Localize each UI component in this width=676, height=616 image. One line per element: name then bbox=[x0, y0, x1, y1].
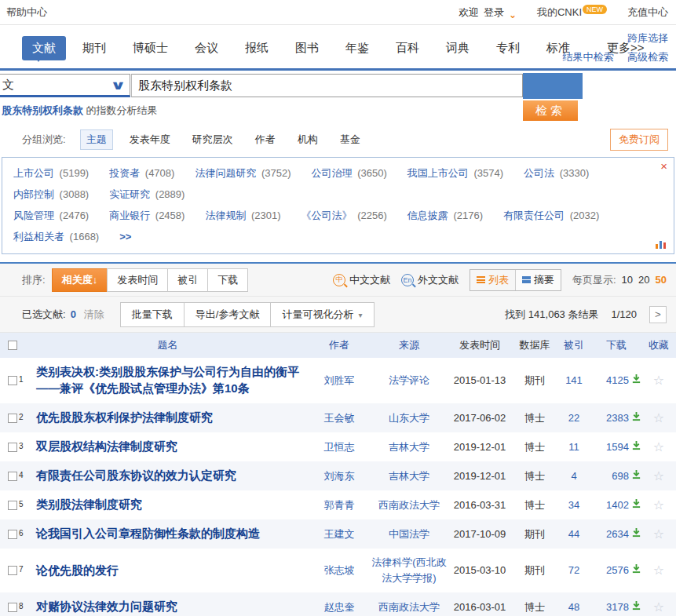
source-link[interactable]: 法律科学(西北政法大学学报) bbox=[371, 556, 446, 584]
batch-download-button[interactable]: 批量下载 bbox=[120, 302, 185, 327]
author-link[interactable]: 刘海东 bbox=[324, 470, 355, 482]
sort-button[interactable]: 相关度↓ bbox=[52, 268, 108, 292]
download-icon[interactable] bbox=[631, 439, 641, 455]
filter-tag-link[interactable]: 有限责任公司 bbox=[503, 210, 565, 221]
column-author[interactable]: 作者 bbox=[307, 338, 371, 352]
download-icon[interactable] bbox=[631, 468, 641, 484]
nav-tab[interactable]: 年鉴 bbox=[335, 36, 379, 60]
author-link[interactable]: 郭青青 bbox=[324, 499, 355, 511]
column-cited[interactable]: 被引 bbox=[557, 338, 591, 352]
search-field-selector[interactable]: 文 ∨ bbox=[0, 74, 130, 97]
result-title-link[interactable]: 论优先股的发行 bbox=[36, 563, 119, 577]
group-item[interactable]: 机构 bbox=[292, 130, 323, 149]
more-filters-link[interactable]: >> bbox=[119, 226, 131, 247]
result-title-link[interactable]: 对赌协议法律效力问题研究 bbox=[36, 600, 177, 613]
filter-tag-link[interactable]: 投资者 bbox=[109, 167, 140, 179]
search-button-block[interactable] bbox=[523, 73, 583, 99]
group-item[interactable]: 研究层次 bbox=[187, 130, 239, 149]
cited-count-link[interactable]: 11 bbox=[568, 441, 579, 453]
result-title-link[interactable]: 论我国引入公司章程防御性条款的制度构造 bbox=[36, 527, 260, 540]
search-input[interactable] bbox=[131, 74, 523, 97]
nav-tab[interactable]: 词典 bbox=[436, 36, 480, 60]
filter-tag-link[interactable]: 法律问题研究 bbox=[195, 167, 256, 179]
filter-tag-link[interactable]: 上市公司 bbox=[13, 167, 54, 179]
source-link[interactable]: 西南政法大学 bbox=[378, 499, 440, 511]
row-checkbox[interactable] bbox=[8, 530, 17, 539]
export-references-button[interactable]: 导出/参考文献 bbox=[184, 302, 272, 327]
filter-tag-link[interactable]: 利益相关者 bbox=[13, 231, 64, 242]
group-item[interactable]: 基金 bbox=[334, 130, 366, 149]
favorite-star-icon[interactable]: ☆ bbox=[653, 469, 664, 483]
group-item[interactable]: 发表年度 bbox=[124, 130, 176, 149]
author-link[interactable]: 刘胜军 bbox=[324, 374, 355, 386]
download-count-link[interactable]: 3178 bbox=[606, 600, 629, 615]
column-date[interactable]: 发表时间 bbox=[447, 338, 513, 352]
row-checkbox[interactable] bbox=[8, 443, 17, 452]
source-link[interactable]: 吉林大学 bbox=[389, 470, 429, 482]
filter-tag-link[interactable]: 信息披露 bbox=[407, 210, 448, 221]
download-icon[interactable] bbox=[631, 498, 641, 513]
download-icon[interactable] bbox=[631, 563, 641, 578]
nav-tab[interactable]: 百科 bbox=[386, 36, 429, 60]
filter-tag-link[interactable]: 风险管理 bbox=[13, 210, 54, 221]
download-icon[interactable] bbox=[631, 527, 641, 542]
filter-tag-link[interactable]: 我国上市公司 bbox=[407, 167, 469, 179]
nav-tab[interactable]: 期刊 bbox=[72, 36, 116, 60]
nav-tab[interactable]: 文献 bbox=[22, 36, 66, 60]
download-icon[interactable] bbox=[631, 410, 641, 426]
foreign-docs-link[interactable]: En 外文文献 bbox=[401, 273, 459, 287]
free-subscribe-button[interactable]: 免费订阅 bbox=[610, 129, 668, 151]
abstract-view-button[interactable]: 摘要 bbox=[515, 270, 561, 290]
login-chevron-down-icon[interactable]: ⌄ bbox=[509, 9, 517, 20]
cited-count-link[interactable]: 22 bbox=[568, 412, 579, 424]
nav-tab[interactable]: 图书 bbox=[285, 36, 329, 60]
sort-button[interactable]: 下载 bbox=[207, 268, 248, 292]
my-cnki-link[interactable]: 我的CNKINEW bbox=[537, 5, 607, 20]
row-checkbox[interactable] bbox=[8, 472, 17, 481]
group-item[interactable]: 作者 bbox=[250, 130, 281, 149]
cited-count-link[interactable]: 44 bbox=[568, 528, 579, 540]
per-page-option[interactable]: 10 bbox=[622, 274, 633, 286]
nav-tab[interactable]: 会议 bbox=[185, 36, 228, 60]
favorite-star-icon[interactable]: ☆ bbox=[653, 563, 664, 577]
favorite-star-icon[interactable]: ☆ bbox=[653, 527, 664, 541]
select-all-checkbox[interactable] bbox=[8, 341, 17, 350]
help-center-link[interactable]: 帮助中心 bbox=[6, 5, 47, 20]
nav-tab[interactable]: 报纸 bbox=[235, 36, 279, 60]
filter-tag-link[interactable]: 公司法 bbox=[524, 167, 554, 179]
filter-tag-link[interactable]: 法律规制 bbox=[205, 210, 246, 221]
download-count-link[interactable]: 1594 bbox=[606, 439, 629, 455]
filter-tag-link[interactable]: 公司治理 bbox=[312, 167, 353, 179]
sort-button[interactable]: 被引 bbox=[167, 268, 208, 292]
column-favorite[interactable]: 收藏 bbox=[641, 338, 676, 352]
result-title-link[interactable]: 类别股法律制度研究 bbox=[36, 498, 142, 511]
search-in-results-link[interactable]: 结果中检索 bbox=[562, 51, 613, 63]
list-view-button[interactable]: 列表 bbox=[470, 270, 515, 290]
favorite-star-icon[interactable]: ☆ bbox=[653, 411, 664, 425]
cited-count-link[interactable]: 34 bbox=[568, 499, 579, 511]
column-download[interactable]: 下载 bbox=[591, 338, 641, 352]
close-icon[interactable]: × bbox=[660, 159, 667, 173]
nav-tab[interactable]: 专利 bbox=[486, 36, 530, 60]
next-page-button[interactable]: > bbox=[649, 306, 667, 323]
per-page-option[interactable]: 50 bbox=[656, 274, 667, 286]
download-count-link[interactable]: 698 bbox=[612, 468, 629, 484]
column-title[interactable]: 题名 bbox=[36, 338, 307, 352]
download-icon[interactable] bbox=[631, 373, 641, 388]
advanced-search-link[interactable]: 高级检索 bbox=[627, 51, 668, 63]
cited-count-link[interactable]: 72 bbox=[568, 564, 579, 576]
filter-tag-link[interactable]: 实证研究 bbox=[109, 188, 150, 200]
metrics-visualization-button[interactable]: 计量可视化分析▾ bbox=[270, 302, 374, 327]
filter-tag-link[interactable]: 商业银行 bbox=[109, 210, 150, 221]
source-link[interactable]: 中国法学 bbox=[389, 528, 429, 540]
row-checkbox[interactable] bbox=[8, 376, 17, 385]
cross-db-select-link[interactable]: 跨库选择 bbox=[627, 31, 668, 46]
login-link[interactable]: 登录 bbox=[484, 5, 504, 20]
row-checkbox[interactable] bbox=[8, 603, 17, 612]
row-checkbox[interactable] bbox=[8, 414, 17, 423]
download-count-link[interactable]: 1402 bbox=[606, 498, 629, 513]
download-count-link[interactable]: 2576 bbox=[606, 563, 629, 578]
cited-count-link[interactable]: 48 bbox=[568, 601, 579, 613]
index-analysis-link[interactable]: 股东特别权利条款 bbox=[2, 104, 83, 116]
column-database[interactable]: 数据库 bbox=[513, 338, 557, 352]
